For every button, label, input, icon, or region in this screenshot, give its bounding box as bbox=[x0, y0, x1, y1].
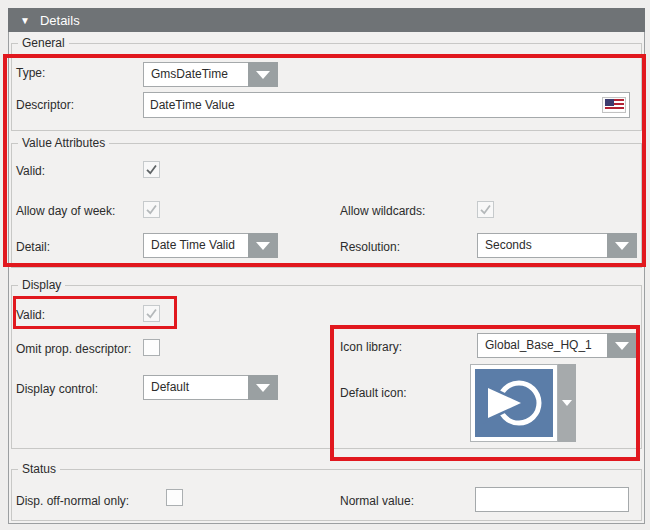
details-header[interactable]: ▼ Details bbox=[8, 8, 645, 32]
default-icon-dropdown-button[interactable] bbox=[558, 364, 576, 442]
chevron-down-icon bbox=[615, 242, 629, 250]
icon-library-combobox[interactable]: Global_Base_HQ_1 bbox=[477, 333, 637, 358]
detail-combobox[interactable]: Date Time Valid bbox=[143, 233, 278, 258]
group-value-attributes-label: Value Attributes bbox=[18, 137, 109, 150]
detail-combobox-value[interactable]: Date Time Valid bbox=[143, 233, 248, 258]
display-control-label: Display control: bbox=[16, 382, 98, 396]
check-icon bbox=[145, 307, 158, 320]
language-flag-button[interactable] bbox=[602, 97, 626, 113]
normal-value-label: Normal value: bbox=[340, 494, 414, 508]
disp-off-normal-only-checkbox[interactable] bbox=[166, 489, 183, 506]
chevron-down-icon bbox=[256, 71, 270, 79]
collapse-triangle-icon[interactable]: ▼ bbox=[20, 15, 30, 26]
group-status-label: Status bbox=[18, 463, 60, 476]
disp-off-normal-only-label: Disp. off-normal only: bbox=[16, 494, 129, 508]
allow-wildcards-label: Allow wildcards: bbox=[340, 204, 425, 218]
resolution-label: Resolution: bbox=[340, 240, 400, 254]
check-icon bbox=[145, 163, 158, 176]
valid-checkbox[interactable] bbox=[143, 161, 160, 178]
enter-circle-icon bbox=[475, 369, 553, 437]
detail-label: Detail: bbox=[16, 240, 50, 254]
default-icon-label: Default icon: bbox=[340, 386, 407, 400]
group-general-label: General bbox=[18, 37, 69, 50]
display-control-dropdown-button[interactable] bbox=[248, 375, 278, 400]
allow-wildcards-checkbox bbox=[477, 201, 494, 218]
descriptor-input[interactable] bbox=[143, 92, 630, 118]
us-flag-icon bbox=[605, 99, 624, 111]
resolution-combobox[interactable]: Seconds bbox=[477, 233, 637, 258]
type-label: Type: bbox=[16, 66, 45, 80]
display-control-combobox-value[interactable]: Default bbox=[143, 375, 248, 400]
valid-label: Valid: bbox=[16, 164, 45, 178]
resolution-combobox-value[interactable]: Seconds bbox=[477, 233, 607, 258]
check-icon bbox=[145, 203, 158, 216]
normal-value-input[interactable] bbox=[475, 487, 629, 512]
chevron-down-icon bbox=[615, 342, 629, 350]
display-valid-label: Valid: bbox=[16, 308, 45, 322]
type-combobox-value[interactable]: GmsDateTime bbox=[143, 62, 248, 87]
chevron-down-icon bbox=[562, 400, 572, 406]
type-dropdown-button[interactable] bbox=[248, 62, 278, 87]
omit-prop-descriptor-label: Omit prop. descriptor: bbox=[16, 342, 131, 356]
group-display-label: Display bbox=[18, 279, 65, 292]
display-control-combobox[interactable]: Default bbox=[143, 375, 278, 400]
omit-prop-descriptor-checkbox[interactable] bbox=[143, 339, 160, 356]
icon-library-dropdown-button[interactable] bbox=[607, 333, 637, 358]
chevron-down-icon bbox=[256, 384, 270, 392]
check-icon bbox=[479, 203, 492, 216]
detail-dropdown-button[interactable] bbox=[248, 233, 278, 258]
icon-library-combobox-value[interactable]: Global_Base_HQ_1 bbox=[477, 333, 607, 358]
default-icon-preview[interactable] bbox=[470, 364, 558, 442]
chevron-down-icon bbox=[256, 242, 270, 250]
display-valid-checkbox bbox=[143, 305, 160, 322]
resolution-dropdown-button[interactable] bbox=[607, 233, 637, 258]
allow-day-of-week-label: Allow day of week: bbox=[16, 204, 115, 218]
allow-day-of-week-checkbox bbox=[143, 201, 160, 218]
icon-library-label: Icon library: bbox=[340, 340, 402, 354]
descriptor-label: Descriptor: bbox=[16, 98, 74, 112]
type-combobox[interactable]: GmsDateTime bbox=[143, 62, 278, 87]
details-header-title: Details bbox=[40, 13, 80, 28]
